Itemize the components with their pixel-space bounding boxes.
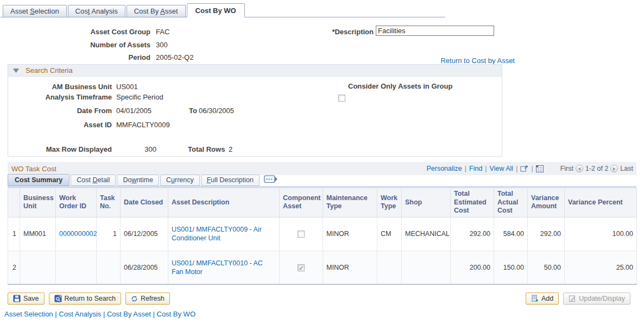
total-actual-cost-cell: 584.00 [494, 217, 528, 251]
variance-percent-cell: 25.00 [565, 251, 637, 284]
main-tabbar: Asset Selection Cost Analysis Cost By As… [0, 5, 445, 17]
tab-cost-by-asset[interactable]: Cost By Asset [127, 5, 186, 17]
find-link[interactable]: Find [469, 165, 482, 172]
toolbar-separator: | [465, 165, 466, 172]
asset-description-link[interactable]: US001/ MMFACLTY0009 - Air Conditioner Un… [172, 226, 262, 242]
task-no-cell [97, 251, 121, 284]
personalize-link[interactable]: Personalize [426, 165, 462, 172]
consider-only-assets-checkbox[interactable] [338, 95, 345, 102]
subtab-label: ntime [136, 176, 153, 184]
pager-first-label: First [560, 165, 573, 172]
row-number-cell: 2 [8, 251, 20, 284]
task-no-cell: 1 [97, 217, 121, 251]
footer-link-cost-analysis[interactable]: Cost Analysis [59, 310, 101, 318]
component-asset-cell [280, 251, 323, 284]
asset-description-link[interactable]: US001/ MMFACLTY0010 - AC Fan Motor [172, 259, 263, 276]
analysis-timeframe-value: Specific Period [116, 93, 163, 101]
cost-by-wo-page: Asset Selection Cost Analysis Cost By As… [0, 0, 644, 323]
number-of-assets-label: Number of Assets [8, 41, 150, 49]
footer-link-cost-by-wo[interactable]: Cost By WO [157, 310, 196, 318]
tab-cost-analysis[interactable]: Cost Analysis [68, 5, 125, 17]
footer-link-asset-selection[interactable]: Asset Selection [4, 310, 53, 318]
description-input[interactable] [376, 26, 494, 36]
toolbar-separator: | [531, 165, 533, 172]
toolbar-separator: | [516, 165, 517, 172]
consider-only-assets-label: Consider Only Assets in Group [348, 82, 452, 90]
update-display-button: Update/Display [563, 293, 630, 305]
period-label: Period [8, 53, 150, 61]
column-header-task-no: Task No. [97, 188, 121, 218]
footer-link-cost-by-asset[interactable]: Cost By Asset [107, 310, 151, 318]
grid-toolbar: Personalize | Find | View All | | First … [426, 165, 633, 172]
description-label: *Description [292, 28, 374, 36]
return-to-search-button[interactable]: Return to Search [49, 293, 122, 305]
bottom-page-links: Asset Selection | Cost Analysis | Cost B… [4, 310, 195, 318]
date-from-value: 04/01/2005 [116, 107, 151, 115]
component-asset-checkbox[interactable] [298, 231, 305, 238]
subtab-full-description[interactable]: Full Description [201, 175, 260, 186]
grid-pager: First 1-2 of 2 Last [560, 165, 633, 172]
return-to-cost-by-asset-link[interactable]: Return to Cost by Asset [440, 57, 515, 65]
column-header-date-closed: Date Closed [121, 188, 168, 218]
subtab-cost-detail[interactable]: Cost Detail [71, 175, 116, 186]
subtab-downtime[interactable]: Downtime [117, 175, 159, 186]
link-separator: | [55, 310, 56, 318]
column-header-maintenance-type: Maintenance Type [323, 188, 377, 218]
tab-label: Cost By [134, 7, 160, 15]
tab-cost-by-wo[interactable]: Cost By WO [187, 3, 245, 17]
total-estimated-cost-cell: 200.00 [451, 251, 494, 284]
refresh-button[interactable]: Refresh [125, 293, 170, 305]
component-asset-cell [280, 217, 323, 251]
total-actual-cost-cell: 150.00 [494, 251, 528, 284]
show-all-columns-button[interactable] [264, 175, 277, 185]
tab-asset-selection[interactable]: Asset Selection [3, 5, 67, 17]
date-closed-cell: 06/28/2005 [121, 251, 168, 284]
search-criteria-section: Search Criteria AM Business Unit US001 A… [8, 64, 502, 157]
download-to-spreadsheet-icon[interactable] [536, 165, 544, 172]
add-icon [531, 295, 539, 302]
update-display-label: Update/Display [579, 295, 625, 302]
zoom-grid-icon[interactable] [520, 165, 528, 172]
column-header-total-estimated-cost: Total Estimated Cost [451, 188, 494, 218]
column-header-variance-amount: Variance Amount [528, 188, 565, 218]
business-unit-cell: MM001 [20, 217, 56, 251]
column-header-shop: Shop [402, 188, 451, 218]
search-criteria-header: Search Criteria [8, 65, 502, 77]
work-order-id-link[interactable]: 0000000002 [59, 230, 97, 238]
total-rows-value: 2 [229, 145, 232, 153]
tab-accesskey: A [160, 7, 165, 15]
search-criteria-title: Search Criteria [26, 66, 73, 74]
collapse-section-icon[interactable] [13, 69, 19, 73]
subtab-accesskey: u [171, 176, 175, 184]
tab-label: Analysis [90, 7, 117, 15]
refresh-label: Refresh [141, 295, 165, 302]
tab-label: sset [165, 7, 178, 15]
business-unit-cell [20, 251, 56, 284]
subtab-currency[interactable]: Currency [160, 175, 200, 186]
component-asset-checkbox [298, 264, 305, 271]
save-button[interactable]: Save [8, 293, 45, 305]
add-button[interactable]: Add [526, 293, 559, 305]
footer-action-buttons: Save Return to Search Refresh [8, 293, 170, 305]
shop-cell [402, 251, 451, 284]
add-label: Add [541, 295, 553, 302]
subtab-label: etail [97, 176, 110, 184]
asset-description-cell: US001/ MMFACLTY0009 - Air Conditioner Un… [168, 217, 280, 251]
subtab-label: Cost Summary [15, 176, 62, 184]
grid-titlebar: WO Task Cost Personalize | Find | View A… [8, 162, 636, 175]
wo-task-cost-table: Business Unit Work Order ID Task No. Dat… [8, 188, 637, 285]
column-header-asset-description: Asset Description [168, 188, 280, 218]
pager-range: 1-2 of 2 [585, 165, 608, 172]
column-header-variance-percent: Variance Percent [565, 188, 637, 218]
asset-id-value: MMFACLTY0009 [116, 121, 170, 129]
pager-last-label: Last [620, 165, 633, 172]
date-to-label: To [189, 107, 197, 115]
view-all-link[interactable]: View All [490, 165, 514, 172]
table-row: 2 06/28/2005 US001/ MMFACLTY0010 - AC Fa… [8, 251, 637, 284]
subtab-cost-summary[interactable]: Cost Summary [8, 174, 70, 186]
update-display-icon [569, 295, 576, 302]
footer-mode-buttons: Add Update/Display [526, 293, 630, 305]
work-order-id-cell [56, 251, 97, 284]
subtab-label: ull Description [211, 176, 254, 184]
row-number-cell: 1 [8, 217, 20, 251]
